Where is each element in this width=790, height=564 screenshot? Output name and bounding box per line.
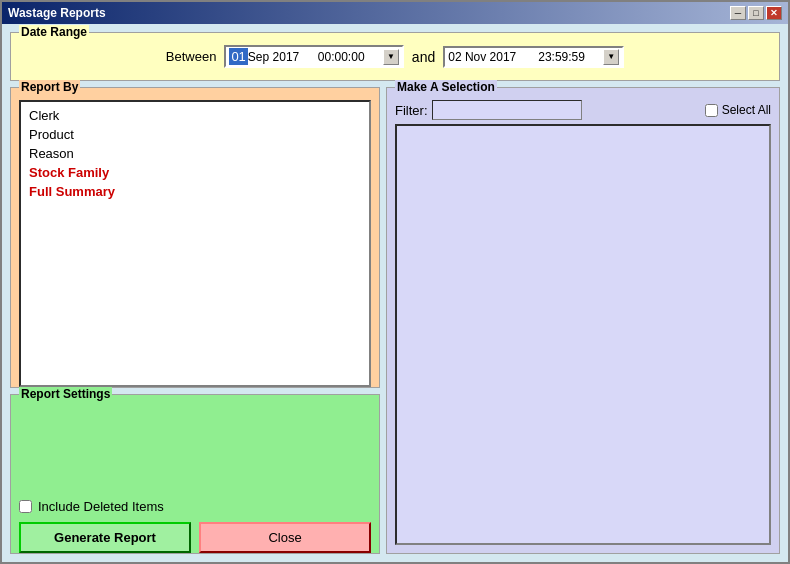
filter-label: Filter: xyxy=(395,103,428,118)
report-by-title: Report By xyxy=(19,80,80,94)
window-body: Date Range Between 01 ▼ and ▼ xyxy=(2,24,788,562)
list-item-stock-family[interactable]: Stock Family xyxy=(25,163,365,182)
date-range-title: Date Range xyxy=(19,25,89,39)
start-date-input[interactable] xyxy=(248,50,318,64)
date-row: Between 01 ▼ and ▼ xyxy=(19,37,771,72)
main-window: Wastage Reports ─ □ ✕ Date Range Between… xyxy=(0,0,790,564)
selection-listbox[interactable] xyxy=(395,124,771,545)
between-label: Between xyxy=(166,49,217,64)
main-row: Report By Clerk Product Reason Stock Fam… xyxy=(10,87,780,554)
report-settings-section: Report Settings Include Deleted Items Ge… xyxy=(10,394,380,554)
make-selection-title: Make A Selection xyxy=(395,80,497,94)
close-dialog-button[interactable]: Close xyxy=(199,522,371,553)
start-date-day: 01 xyxy=(229,48,247,65)
end-date-field[interactable]: ▼ xyxy=(443,46,624,68)
include-deleted-row: Include Deleted Items xyxy=(19,499,371,514)
report-by-section: Report By Clerk Product Reason Stock Fam… xyxy=(10,87,380,388)
window-controls: ─ □ ✕ xyxy=(730,6,782,20)
make-selection-section: Make A Selection Filter: Select All xyxy=(386,87,780,554)
generate-report-button[interactable]: Generate Report xyxy=(19,522,191,553)
select-all-checkbox[interactable] xyxy=(705,104,718,117)
close-button[interactable]: ✕ xyxy=(766,6,782,20)
filter-input[interactable] xyxy=(432,100,582,120)
end-time-input[interactable] xyxy=(538,50,603,64)
select-all-row: Select All xyxy=(705,103,771,117)
filter-row: Filter: xyxy=(395,100,582,120)
list-item-full-summary[interactable]: Full Summary xyxy=(25,182,365,201)
right-column: Make A Selection Filter: Select All xyxy=(386,87,780,554)
include-deleted-label: Include Deleted Items xyxy=(38,499,164,514)
window-title: Wastage Reports xyxy=(8,6,106,20)
settings-content: Include Deleted Items Generate Report Cl… xyxy=(19,407,371,553)
end-date-input[interactable] xyxy=(448,50,538,64)
left-column: Report By Clerk Product Reason Stock Fam… xyxy=(10,87,380,554)
date-range-section: Date Range Between 01 ▼ and ▼ xyxy=(10,32,780,81)
selection-header: Filter: Select All xyxy=(395,100,771,120)
buttons-row: Generate Report Close xyxy=(19,522,371,553)
end-date-picker-button[interactable]: ▼ xyxy=(603,49,619,65)
report-by-listbox[interactable]: Clerk Product Reason Stock Family Full S… xyxy=(19,100,371,387)
include-deleted-checkbox[interactable] xyxy=(19,500,32,513)
list-item-product[interactable]: Product xyxy=(25,125,365,144)
select-all-label: Select All xyxy=(722,103,771,117)
start-time-input[interactable] xyxy=(318,50,383,64)
title-bar: Wastage Reports ─ □ ✕ xyxy=(2,2,788,24)
maximize-button[interactable]: □ xyxy=(748,6,764,20)
start-date-field[interactable]: 01 ▼ xyxy=(224,45,403,68)
list-item-clerk[interactable]: Clerk xyxy=(25,106,365,125)
list-item-reason[interactable]: Reason xyxy=(25,144,365,163)
report-settings-title: Report Settings xyxy=(19,387,112,401)
and-label: and xyxy=(412,49,435,65)
minimize-button[interactable]: ─ xyxy=(730,6,746,20)
start-date-picker-button[interactable]: ▼ xyxy=(383,49,399,65)
